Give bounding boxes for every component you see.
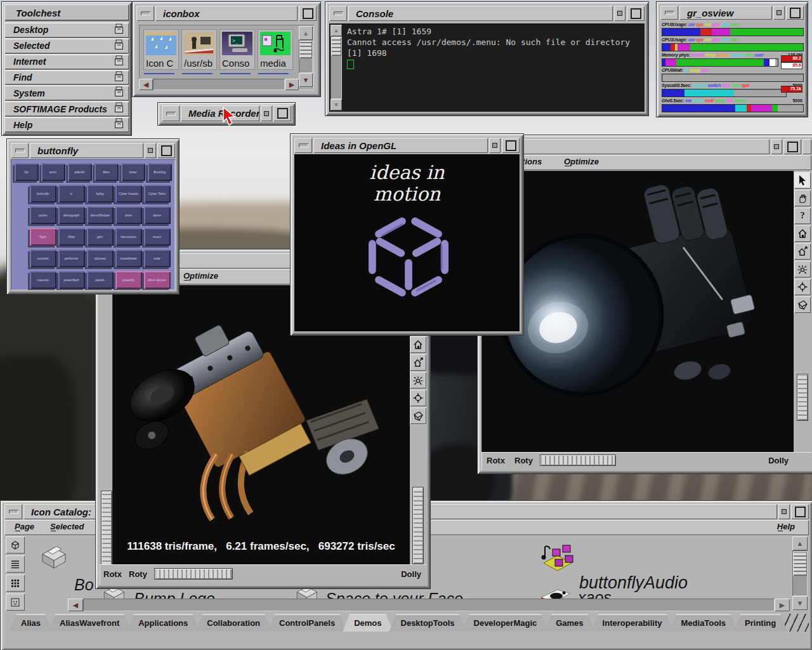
view-3d-button[interactable]	[6, 536, 25, 554]
buttonfly-button-flight[interactable]: flight	[30, 228, 56, 246]
iconbox-item[interactable]: Icon C	[144, 30, 178, 69]
iconbox-item[interactable]: >_ Conso	[220, 30, 254, 69]
tab-alias[interactable]: Alias	[10, 614, 52, 632]
tab-collaboration[interactable]: Collaboration	[195, 614, 272, 632]
buttonfly-button-dome[interactable]: dome	[144, 206, 171, 224]
pick-arrow-button[interactable]	[794, 172, 811, 189]
tab-demos[interactable]: Demos	[343, 614, 393, 632]
buttonfly-button-harmonium[interactable]: harmonium	[115, 228, 142, 246]
restore-button[interactable]	[614, 6, 625, 21]
scroll-down-button[interactable]: ▼	[299, 73, 313, 87]
perspective-button[interactable]	[794, 296, 811, 313]
minimize-button[interactable]	[660, 6, 678, 20]
roty-thumbwheel[interactable]	[540, 454, 616, 466]
perspective-button[interactable]	[410, 408, 426, 424]
home-view-button[interactable]	[410, 336, 426, 353]
view-list-button[interactable]	[6, 555, 25, 573]
minimize-button[interactable]	[329, 6, 347, 21]
restore-button[interactable]	[778, 504, 790, 519]
restore-button[interactable]	[773, 6, 785, 20]
rotx-thumbwheel[interactable]	[101, 491, 112, 567]
vertical-scrollbar[interactable]	[792, 550, 808, 596]
help-button[interactable]: ?	[794, 208, 811, 224]
scroll-right-button[interactable]: ▶	[285, 79, 299, 90]
buttonfly-button-performer[interactable]: performer	[58, 249, 85, 267]
dolly-thumbwheel[interactable]	[412, 487, 424, 564]
maximize-button[interactable]	[627, 6, 645, 21]
menu-optimize[interactable]: Optimize	[564, 157, 599, 166]
vertical-scrollbar[interactable]	[331, 36, 342, 99]
view-all-button[interactable]	[410, 372, 426, 388]
toolchest-item-internet[interactable]: Internet	[4, 54, 129, 70]
buttonfly-button-panels[interactable]: panels	[87, 271, 114, 289]
pan-hand-button[interactable]	[794, 190, 811, 206]
tab-printing[interactable]: Printing	[733, 614, 787, 632]
buttonfly-button-atlantis[interactable]: atlantis	[68, 163, 92, 181]
scroll-left-button[interactable]: ◀	[68, 599, 83, 611]
buttonfly-button-glxn[interactable]: glxn	[87, 228, 114, 246]
toolchest-title[interactable]: Toolchest	[4, 4, 129, 21]
view-grid-button[interactable]	[6, 574, 25, 592]
tab-controlpanels[interactable]: ControlPanels	[268, 614, 346, 632]
toolchest-item-desktop[interactable]: Desktop	[4, 22, 129, 38]
buttonfly-button-ids[interactable]: Ids	[15, 163, 39, 181]
horizontal-scrollbar[interactable]	[153, 79, 285, 90]
buttonfly-button-odyssey[interactable]: odyssey	[87, 249, 114, 267]
set-home-button[interactable]	[794, 243, 811, 260]
seek-button[interactable]	[794, 279, 811, 295]
seek-button[interactable]	[410, 390, 426, 406]
buttonfly-button-mars[interactable]: Mars	[95, 163, 119, 181]
buttonfly-button-powerflash[interactable]: powerflash	[58, 271, 85, 289]
scroll-left-button[interactable]: ◀	[139, 79, 153, 90]
scroll-up-button[interactable]: ▲	[792, 536, 808, 550]
buttonfly-button-buttonfly[interactable]: buttonfly	[30, 185, 56, 202]
buttonfly-button-anim[interactable]: anim	[41, 163, 65, 181]
tab-mediatools[interactable]: MediaTools	[670, 614, 738, 632]
restore-button[interactable]	[489, 138, 501, 153]
scroll-right-button[interactable]: ▶	[775, 599, 790, 611]
view-all-button[interactable]	[794, 261, 811, 277]
maximize-button[interactable]	[786, 6, 804, 20]
set-home-button[interactable]	[410, 354, 426, 371]
buttonfly-button-byfog[interactable]: byfog	[87, 185, 114, 202]
iconbox-item[interactable]: media	[258, 30, 292, 69]
tab-desktoptools[interactable]: DesktopTools	[390, 614, 466, 632]
tab-interoperability[interactable]: Interoperability	[591, 614, 674, 632]
buttonfly-audio-icon[interactable]	[539, 540, 574, 574]
toolchest-item-selected[interactable]: Selected	[4, 38, 129, 54]
camera-3d-viewport[interactable]	[481, 171, 794, 452]
buttonfly-button-more-demos[interactable]: More Demos	[144, 271, 171, 289]
scroll-up-button[interactable]: ▲	[299, 26, 313, 40]
buttonfly-button-insect[interactable]: insect	[144, 228, 171, 246]
scroll-down-button[interactable]: ▼	[792, 596, 808, 610]
toolchest-item-system[interactable]: System	[4, 85, 129, 101]
maximize-button[interactable]	[783, 139, 801, 154]
tab-applications[interactable]: Applications	[127, 614, 199, 632]
minimize-button[interactable]	[11, 143, 29, 158]
maximize-button[interactable]	[273, 105, 291, 121]
maximize-button[interactable]	[157, 143, 175, 158]
scrollbar-thumb[interactable]	[331, 37, 341, 56]
buttonfly-button-powerfly[interactable]: powerfly	[115, 271, 142, 289]
buttonfly-button-cyber-insects[interactable]: Cyber Insects	[115, 185, 142, 202]
buttonfly-button-demowindow[interactable]: demoWindow	[87, 206, 114, 224]
buttonfly-button-massive[interactable]: massive	[30, 271, 56, 289]
buttonfly-button-buckling[interactable]: Buckling	[148, 163, 172, 181]
buttonfly-button-cyber-tetris[interactable]: Cyber Tetris	[144, 185, 171, 202]
toolchest-item-find[interactable]: Find	[4, 70, 129, 86]
menu-selected[interactable]: Selected	[50, 522, 84, 531]
buttonfly-button-lc[interactable]: lc	[58, 185, 85, 202]
scroll-up-button[interactable]: ▲	[331, 25, 342, 36]
vertical-scrollbar[interactable]	[299, 40, 313, 73]
maximize-button[interactable]	[502, 138, 520, 153]
more-tabs-indicator[interactable]	[785, 614, 809, 632]
toolchest-item-help[interactable]: Help	[4, 117, 129, 133]
buttonfly-button-flide[interactable]: Flide	[58, 228, 85, 246]
horizontal-scrollbar[interactable]	[83, 599, 775, 611]
menu-optimize[interactable]: Optimize	[183, 271, 218, 281]
buttonfly-button-demograph[interactable]: demograph	[58, 206, 85, 224]
roty-thumbwheel[interactable]	[154, 568, 233, 580]
minimize-button[interactable]	[294, 138, 312, 153]
catalog-item-label[interactable]: Bo	[74, 576, 94, 594]
ideas-3d-viewport[interactable]: ideas in motion	[294, 154, 520, 331]
